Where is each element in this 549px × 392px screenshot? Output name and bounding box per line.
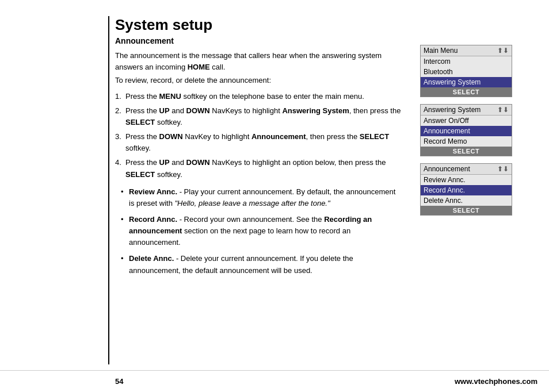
menu-box-2: Answering System ⬆⬇ Answer On/Off Announ… <box>420 104 512 156</box>
up-bold-4: UP <box>159 158 170 167</box>
text-section: System setup Announcement The announceme… <box>115 16 403 364</box>
bullet-review: Review Annc. - Play your current announc… <box>121 186 403 209</box>
bullet-delete: Delete Annc. - Delete your current annou… <box>121 253 403 276</box>
up-bold-2: UP <box>159 106 170 115</box>
answering-system-bold: Answering System <box>282 106 349 115</box>
preset-text: "Hello, please leave a message after the… <box>174 199 330 207</box>
announcement-bold: Announcement <box>251 132 306 141</box>
menu-box-1: Main Menu ⬆⬇ Intercom Bluetooth Answerin… <box>420 45 512 97</box>
step-4: 4. Press the UP and DOWN NavKeys to high… <box>115 157 403 180</box>
bullet-record: Record Annc. - Record your own announcem… <box>121 214 403 248</box>
menu-item-bluetooth: Bluetooth <box>421 67 512 77</box>
menu-arrows-1: ⬆⬇ <box>497 47 509 55</box>
section-heading: Announcement <box>115 36 403 45</box>
bullet-list: Review Annc. - Play your current announc… <box>115 186 403 276</box>
select-bold-3: SELECT <box>360 132 389 141</box>
menu-select-bar-1[interactable]: SELECT <box>421 87 512 97</box>
step-3: 3. Press the DOWN NavKey to highlight An… <box>115 131 403 154</box>
delete-annc-label: Delete Annc. <box>129 254 174 263</box>
intro-paragraph: The announcement is the message that cal… <box>115 50 403 72</box>
left-border <box>108 16 109 364</box>
step-num-4: 4. <box>115 157 121 168</box>
menu-item-answer-on-off: Answer On/Off <box>421 116 512 126</box>
page-number: 54 <box>115 377 123 386</box>
down-bold-2: DOWN <box>186 106 210 115</box>
home-bold: HOME <box>188 63 210 71</box>
step-1: 1. Press the MENU softkey on the telepho… <box>115 91 403 102</box>
menu-item-answering-system: Answering System <box>421 77 512 87</box>
record-annc-label: Record Annc. <box>129 215 177 224</box>
menu-arrows-2: ⬆⬇ <box>497 106 509 114</box>
select-bold-2: SELECT <box>125 118 155 126</box>
footer: 54 www.vtechphones.com <box>0 370 549 392</box>
website: www.vtechphones.com <box>455 377 537 386</box>
menu-header-1: Main Menu ⬆⬇ <box>421 45 512 56</box>
menu-select-bar-2[interactable]: SELECT <box>421 147 512 156</box>
menu-item-record-annc: Record Annc. <box>421 185 512 195</box>
page-title: System setup <box>115 16 403 34</box>
main-content: System setup Announcement The announceme… <box>0 0 549 370</box>
menu-item-record-memo: Record Memo <box>421 136 512 147</box>
menu-item-delete-annc: Delete Annc. <box>421 195 512 206</box>
menu-item-announcement: Announcement <box>421 126 512 136</box>
menu-header-3: Announcement ⬆⬇ <box>421 164 512 175</box>
step-num-2: 2. <box>115 105 121 117</box>
menu-header-text-3: Announcement <box>424 165 470 173</box>
menu-box-3: Announcement ⬆⬇ Review Annc. Record Annc… <box>420 163 512 216</box>
menus-section: Main Menu ⬆⬇ Intercom Bluetooth Answerin… <box>420 16 512 364</box>
review-annc-label: Review Annc. <box>129 187 177 196</box>
menu-bold: MENU <box>159 92 181 101</box>
menu-header-text-2: Answering System <box>424 106 481 114</box>
menu-header-2: Answering System ⬆⬇ <box>421 105 512 116</box>
menu-arrows-3: ⬆⬇ <box>497 165 509 173</box>
steps-list: 1. Press the MENU softkey on the telepho… <box>115 91 403 180</box>
menu-header-text-1: Main Menu <box>424 47 458 55</box>
step-num-3: 3. <box>115 131 121 143</box>
page-container: System setup Announcement The announceme… <box>0 0 549 392</box>
sub-line: To review, record, or delete the announc… <box>115 75 403 86</box>
down-bold-4: DOWN <box>186 158 210 167</box>
step-num-1: 1. <box>115 91 121 102</box>
select-bold-4: SELECT <box>125 170 155 179</box>
menu-item-intercom: Intercom <box>421 56 512 67</box>
down-bold-3: DOWN <box>159 132 183 141</box>
menu-select-bar-3[interactable]: SELECT <box>421 206 512 215</box>
step-2: 2. Press the UP and DOWN NavKeys to high… <box>115 105 403 128</box>
menu-item-review-annc: Review Annc. <box>421 175 512 185</box>
